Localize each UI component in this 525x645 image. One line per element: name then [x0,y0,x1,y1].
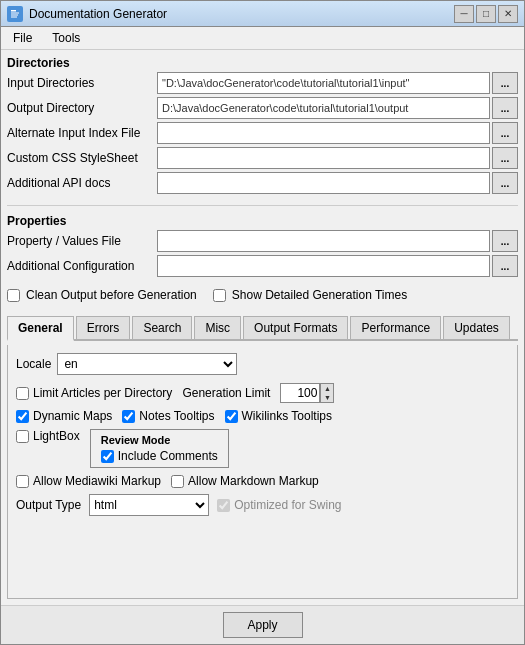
tab-search[interactable]: Search [132,316,192,339]
optimized-swing-checkbox [217,499,230,512]
svg-rect-3 [11,14,18,15]
wikilinks-tooltips-label[interactable]: Wikilinks Tooltips [225,409,332,423]
dynamic-maps-checkbox[interactable] [16,410,29,423]
gen-limit-label: Generation Limit [182,386,270,400]
add-config-label: Additional Configuration [7,259,157,273]
include-comments-text: Include Comments [118,449,218,463]
input-directories-browse[interactable]: ... [492,72,518,94]
api-docs-browse[interactable]: ... [492,172,518,194]
add-config-field[interactable] [157,255,490,277]
prop-values-field[interactable] [157,230,490,252]
title-bar: Documentation Generator ─ □ ✕ [1,1,524,27]
api-docs-label: Additional API docs [7,176,157,190]
clean-output-row[interactable]: Clean Output before Generation [7,288,197,302]
title-buttons: ─ □ ✕ [454,5,518,23]
locale-label: Locale [16,357,51,371]
svg-rect-4 [11,16,17,17]
spinner-down[interactable]: ▼ [321,393,333,402]
gen-limit-spinner[interactable]: ▲ ▼ [320,383,334,403]
generation-options-row: Clean Output before Generation Show Deta… [7,288,518,304]
input-directories-label: Input Directories [7,76,157,90]
gen-limit-group: ▲ ▼ [280,383,334,403]
css-stylesheet-field[interactable] [157,147,490,169]
optimized-swing-label: Optimized for Swing [217,498,341,512]
menu-tools[interactable]: Tools [44,29,88,47]
tab-output-formats[interactable]: Output Formats [243,316,348,339]
tab-general[interactable]: General [7,316,74,341]
wikilinks-tooltips-text: Wikilinks Tooltips [242,409,332,423]
notes-tooltips-label[interactable]: Notes Tooltips [122,409,214,423]
allow-mediawiki-label[interactable]: Allow Mediawiki Markup [16,474,161,488]
allow-mediawiki-text: Allow Mediawiki Markup [33,474,161,488]
tab-updates[interactable]: Updates [443,316,510,339]
limit-articles-checkbox[interactable] [16,387,29,400]
prop-values-label: Property / Values File [7,234,157,248]
add-config-row: Additional Configuration ... [7,255,518,277]
menu-bar: File Tools [1,27,524,50]
dynamic-maps-row: Dynamic Maps Notes Tooltips Wikilinks To… [16,409,509,423]
lightbox-label[interactable]: LightBox [16,429,80,443]
include-comments-checkbox[interactable] [101,450,114,463]
allow-markdown-label[interactable]: Allow Markdown Markup [171,474,319,488]
css-stylesheet-row: Custom CSS StyleSheet ... [7,147,518,169]
allow-markdown-text: Allow Markdown Markup [188,474,319,488]
optimized-swing-text: Optimized for Swing [234,498,341,512]
bottom-bar: Apply [1,605,524,644]
alt-input-label: Alternate Input Index File [7,126,157,140]
locale-select[interactable]: en [57,353,237,375]
tab-misc[interactable]: Misc [194,316,241,339]
css-stylesheet-label: Custom CSS StyleSheet [7,151,157,165]
review-mode-title: Review Mode [101,434,218,446]
alt-input-browse[interactable]: ... [492,122,518,144]
limit-articles-label[interactable]: Limit Articles per Directory [16,386,172,400]
dynamic-maps-text: Dynamic Maps [33,409,112,423]
maximize-button[interactable]: □ [476,5,496,23]
spinner-up[interactable]: ▲ [321,384,333,393]
close-button[interactable]: ✕ [498,5,518,23]
app-icon [7,6,23,22]
apply-button[interactable]: Apply [223,612,303,638]
clean-output-checkbox[interactable] [7,289,20,302]
css-stylesheet-browse[interactable]: ... [492,147,518,169]
notes-tooltips-checkbox[interactable] [122,410,135,423]
allow-mediawiki-checkbox[interactable] [16,475,29,488]
prop-values-browse[interactable]: ... [492,230,518,252]
limit-articles-row: Limit Articles per Directory Generation … [16,383,509,403]
dynamic-maps-label[interactable]: Dynamic Maps [16,409,112,423]
tab-performance[interactable]: Performance [350,316,441,339]
svg-rect-1 [11,10,16,12]
window-title: Documentation Generator [29,7,167,21]
api-docs-row: Additional API docs ... [7,172,518,194]
tab-errors[interactable]: Errors [76,316,131,339]
show-detailed-row[interactable]: Show Detailed Generation Times [213,288,407,302]
include-comments-label[interactable]: Include Comments [101,449,218,463]
alt-input-field[interactable] [157,122,490,144]
notes-tooltips-text: Notes Tooltips [139,409,214,423]
output-directory-browse[interactable]: ... [492,97,518,119]
wikilinks-tooltips-checkbox[interactable] [225,410,238,423]
output-directory-field[interactable] [157,97,490,119]
alt-input-row: Alternate Input Index File ... [7,122,518,144]
title-bar-left: Documentation Generator [7,6,167,22]
add-config-browse[interactable]: ... [492,255,518,277]
output-type-row: Output Type html pdf xml Optimized for S… [16,494,509,516]
menu-file[interactable]: File [5,29,40,47]
locale-row: Locale en [16,353,509,375]
show-detailed-checkbox[interactable] [213,289,226,302]
output-type-select[interactable]: html pdf xml [89,494,209,516]
directories-label: Directories [7,56,518,70]
gen-limit-input[interactable] [280,383,320,403]
main-window: Documentation Generator ─ □ ✕ File Tools… [0,0,525,645]
properties-section: Properties Property / Values File ... Ad… [7,214,518,280]
input-directories-field[interactable] [157,72,490,94]
lightbox-text: LightBox [33,429,80,443]
api-docs-field[interactable] [157,172,490,194]
limit-articles-text: Limit Articles per Directory [33,386,172,400]
main-content: Directories Input Directories ... Output… [1,50,524,605]
minimize-button[interactable]: ─ [454,5,474,23]
properties-label: Properties [7,214,518,228]
input-directories-row: Input Directories ... [7,72,518,94]
clean-output-label: Clean Output before Generation [26,288,197,302]
lightbox-checkbox[interactable] [16,430,29,443]
allow-markdown-checkbox[interactable] [171,475,184,488]
